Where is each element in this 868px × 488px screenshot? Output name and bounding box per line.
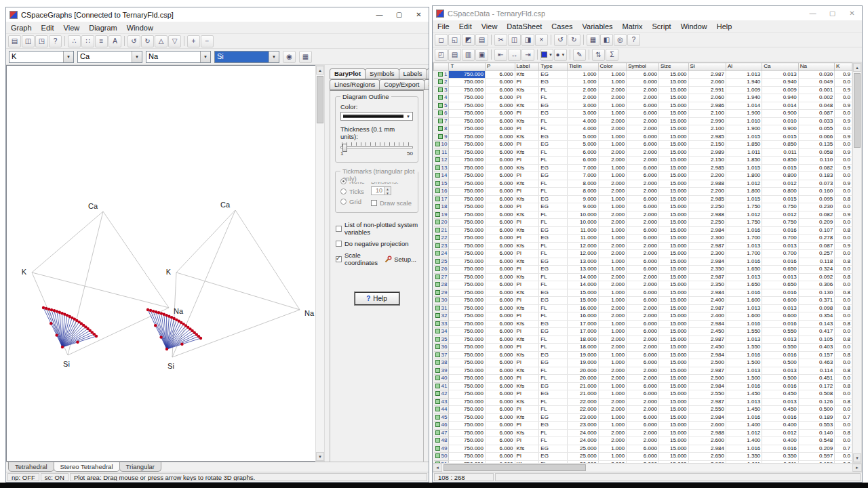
cell[interactable]: EG xyxy=(539,141,568,149)
cell[interactable]: 1.016 xyxy=(726,320,762,328)
cell[interactable]: Kfs xyxy=(515,351,539,359)
row-header-28[interactable]: 28 xyxy=(434,281,449,289)
cell[interactable]: 6.000 xyxy=(627,297,659,305)
cell[interactable]: 15.000 xyxy=(658,219,688,227)
cell[interactable]: 6.000 xyxy=(485,336,515,344)
cell[interactable]: 0.012 xyxy=(762,429,798,437)
cell[interactable]: Kfs xyxy=(515,304,539,312)
cell[interactable]: Kfs xyxy=(515,133,539,141)
cell[interactable]: 6.000 xyxy=(485,79,515,87)
scroll-down-icon[interactable]: ▼ xyxy=(316,452,324,461)
cell[interactable]: 6.000 xyxy=(485,141,515,149)
cell[interactable]: 23.000 xyxy=(567,422,598,430)
cell[interactable]: Kfs xyxy=(515,148,539,157)
cell[interactable]: 2.000 xyxy=(627,344,659,352)
cell[interactable]: 1.000 xyxy=(598,195,627,203)
cell[interactable]: 19.000 xyxy=(567,359,598,367)
row-header-14[interactable]: 14 xyxy=(434,172,449,180)
menu-cases[interactable]: Cases xyxy=(547,22,577,30)
cell[interactable]: 0.0 xyxy=(835,344,852,352)
row-header-1[interactable]: 1 xyxy=(434,70,449,79)
cell[interactable]: 6.000 xyxy=(627,70,659,79)
cell[interactable]: FL xyxy=(539,180,568,188)
cell[interactable]: 2.000 xyxy=(598,273,627,281)
row-header-18[interactable]: 18 xyxy=(434,203,449,211)
align-right-icon[interactable]: ⇥ xyxy=(521,49,534,61)
save-icon[interactable]: ◩ xyxy=(462,34,475,46)
cell[interactable]: 23.000 xyxy=(567,413,598,422)
cell[interactable]: 0.8 xyxy=(835,195,852,203)
cell[interactable]: 1.550 xyxy=(726,328,762,336)
cell[interactable]: Pl xyxy=(515,235,539,243)
cell[interactable]: 1.850 xyxy=(726,157,762,165)
cell[interactable]: 2.500 xyxy=(688,359,726,367)
cell[interactable]: 1.000 xyxy=(598,266,627,274)
cell[interactable]: 1.014 xyxy=(726,102,762,110)
cell[interactable]: Kfs xyxy=(515,289,539,297)
cell[interactable]: 750.000 xyxy=(449,203,486,211)
cell[interactable]: 6.000 xyxy=(627,226,659,235)
cell[interactable]: 8.000 xyxy=(567,180,598,188)
row-header-12[interactable]: 12 xyxy=(434,157,449,165)
scrollbar-track[interactable] xyxy=(853,72,861,453)
cell[interactable]: 6.000 xyxy=(627,141,659,149)
cell[interactable]: 1.700 xyxy=(726,250,762,258)
cell[interactable]: 1.500 xyxy=(726,359,762,367)
cell[interactable]: 2.990 xyxy=(688,117,726,125)
cell[interactable]: Pl xyxy=(515,281,539,289)
cell[interactable]: 3.000 xyxy=(567,102,598,110)
cell[interactable]: 17.000 xyxy=(567,328,598,336)
cell[interactable]: 750.000 xyxy=(449,375,486,383)
cell[interactable]: 15.000 xyxy=(658,312,688,321)
cell[interactable]: FL xyxy=(539,344,568,352)
cell[interactable]: 15.000 xyxy=(658,172,688,180)
column-header-k[interactable]: K xyxy=(835,63,852,71)
panel-tab-tie-lines[interactable]: Tie lines xyxy=(427,68,429,79)
datasheet-vertical-scrollbar[interactable]: ▲ ▼ xyxy=(852,62,862,463)
cell[interactable]: 5.000 xyxy=(567,133,598,141)
cell[interactable]: 6.000 xyxy=(485,188,515,196)
cell[interactable]: 6.000 xyxy=(485,235,515,243)
row-header-35[interactable]: 35 xyxy=(434,336,449,344)
cell[interactable]: 6.000 xyxy=(627,195,659,203)
cell[interactable]: 0.009 xyxy=(762,86,798,94)
cell[interactable]: 6.000 xyxy=(627,266,659,274)
cell[interactable]: 6.000 xyxy=(485,226,515,235)
cell[interactable]: 1.750 xyxy=(726,219,762,227)
cell[interactable]: 750.000 xyxy=(449,141,486,149)
cell[interactable]: EG xyxy=(539,164,568,172)
cell[interactable]: 6.000 xyxy=(627,422,659,430)
paste-icon[interactable]: ◨ xyxy=(521,34,534,46)
cell[interactable]: 0.0 xyxy=(835,281,852,289)
negative-projection-checkbox[interactable]: Do negative projection xyxy=(336,240,418,247)
row-header-47[interactable]: 47 xyxy=(434,429,449,437)
cell[interactable]: FL xyxy=(539,273,568,281)
row-header-8[interactable]: 8 xyxy=(434,125,449,134)
cell[interactable]: 0.160 xyxy=(798,188,834,196)
panel-tab-baryplot[interactable]: BaryPlot xyxy=(330,68,366,79)
cell[interactable]: 0.016 xyxy=(762,351,798,359)
cell[interactable]: 1.400 xyxy=(726,437,762,445)
cell[interactable]: 18.000 xyxy=(567,344,598,352)
cell[interactable]: 0.750 xyxy=(762,203,798,211)
cell[interactable]: FL xyxy=(539,94,568,102)
cell[interactable]: 1.000 xyxy=(598,235,627,243)
cell[interactable]: EG xyxy=(539,382,568,390)
cell[interactable]: 0.087 xyxy=(798,110,834,118)
cell[interactable]: 750.000 xyxy=(449,437,486,445)
cell[interactable]: 0.013 xyxy=(762,304,798,312)
cell[interactable]: 2.000 xyxy=(627,437,659,445)
cell[interactable]: 0.324 xyxy=(798,266,834,274)
cell[interactable]: 0.0 xyxy=(835,157,852,165)
cell[interactable]: 15.000 xyxy=(658,336,688,344)
cell[interactable]: 15.000 xyxy=(658,422,688,430)
column-header-ca[interactable]: Ca xyxy=(762,63,798,71)
cell[interactable]: Kfs xyxy=(515,429,539,437)
cell[interactable]: 15.000 xyxy=(658,164,688,172)
labels-icon[interactable]: A xyxy=(108,35,121,47)
cell[interactable]: 13.000 xyxy=(567,266,598,274)
cell[interactable]: 1.000 xyxy=(598,203,627,211)
cell[interactable]: Kfs xyxy=(515,398,539,406)
cell[interactable]: 0.105 xyxy=(798,336,834,344)
cell[interactable]: 0.118 xyxy=(798,258,834,266)
